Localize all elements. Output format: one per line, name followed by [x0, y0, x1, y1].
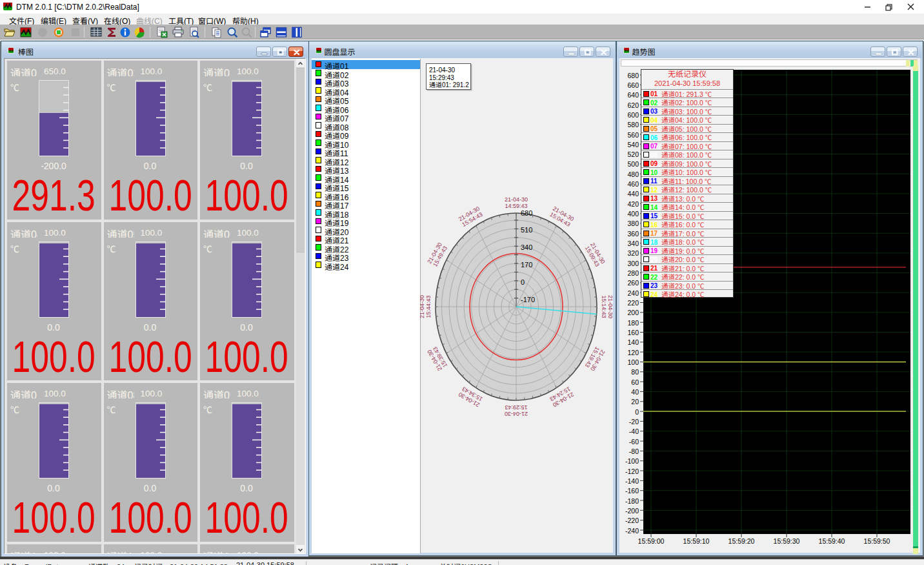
svg-text:340: 340: [521, 243, 532, 251]
svg-text:21-04-30: 21-04-30: [505, 196, 528, 203]
svg-text:21-04-30: 21-04-30: [505, 411, 528, 417]
svg-text:0: 0: [521, 278, 525, 286]
svg-text:14:59:43: 14:59:43: [505, 203, 527, 209]
svg-text:15:29:43: 15:29:43: [505, 404, 527, 411]
svg-text:15:44:43: 15:44:43: [425, 295, 432, 318]
svg-text:21-04-30: 21-04-30: [607, 295, 614, 318]
svg-text:680: 680: [521, 209, 532, 217]
svg-text:-170: -170: [521, 296, 535, 303]
svg-text:15:14:43: 15:14:43: [601, 295, 607, 318]
svg-text:21-04-30: 21-04-30: [419, 295, 425, 318]
svg-text:170: 170: [521, 261, 532, 269]
svg-text:510: 510: [521, 226, 532, 234]
